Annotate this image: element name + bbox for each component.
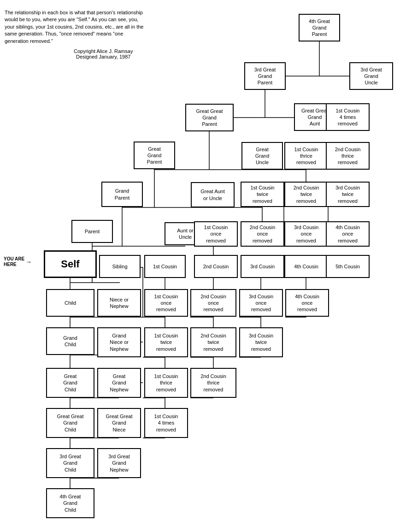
intro-text: The relationship in each box is what tha… (5, 9, 147, 45)
box-1stcousin: 1st Cousin (144, 255, 186, 278)
box-3rdgreatgrandparent: 3rd GreatGrandParent (244, 62, 286, 90)
box-3rdcousin_once_removed_down: 3rd Cousinonceremoved (239, 289, 283, 317)
copyright-line1: Copyright Alice J. Ramsay (74, 48, 133, 54)
you-are-here-label: YOU AREHERE → (4, 256, 32, 267)
box-child: Child (46, 289, 94, 317)
box-2ndcousin_thrice_removed_up: 2nd Cousinthriceremoved (326, 142, 370, 170)
arrow-icon: → (25, 258, 32, 266)
page: The relationship in each box is what tha… (0, 0, 400, 532)
intro-content: The relationship in each box is what tha… (5, 10, 143, 44)
box-3rdcousin_twice_removed_down: 3rd Cousintwiceremoved (239, 327, 283, 357)
box-parent: Parent (71, 220, 113, 243)
box-greatgranduncle: GreatGrandUncle (241, 142, 283, 170)
box-niece_nephew: Niece orNephew (97, 289, 141, 317)
box-1stcousin_4times_removed_down: 1st Cousin4 timesremoved (144, 408, 188, 438)
box-4thcousin_once_removed_up: 4th Cousinonceremoved (326, 221, 370, 247)
box-greatauntoruncle: Great Auntor Uncle (191, 182, 235, 207)
box-greatgreatgrandparent: Great GreatGrandParent (185, 104, 234, 131)
box-4thcousin: 4th Cousin (284, 255, 328, 278)
box-3rdgreatgranduncle: 3rd GreatGrandUncle (349, 62, 393, 90)
box-3rdcousin_twice_removed_up: 3rd Cousintwiceremoved (326, 182, 370, 207)
box-grandniece_nephew: GrandNiece orNephew (97, 327, 141, 357)
box-1stcousin_4times_removed_up: 1st Cousin4 timesremoved (326, 103, 370, 131)
copyright-line2: Designed January, 1987 (74, 54, 133, 59)
box-4thgreatgrandchild: 4th GreatGrandChild (46, 488, 94, 518)
box-1stcousin_once_removed_up: 1st Cousinonceremoved (194, 221, 238, 247)
box-greatgreatgrandniece: Great GreatGrandNiece (97, 408, 141, 438)
box-1stcousin_thrice_removed_down: 1st Cousinthriceremoved (144, 368, 188, 398)
box-3rdcousin: 3rd Cousin (241, 255, 284, 278)
box-greatgrandchild: GreatGrandChild (46, 368, 94, 398)
box-4thcousin_once_removed_down: 4th Cousinonceremoved (285, 289, 329, 317)
box-grandparent: GrandParent (101, 182, 143, 207)
box-1stcousin_twice_removed_up: 1st Cousintwiceremoved (241, 182, 284, 207)
box-3rdcousin_once_removed_up: 3rd Cousinonceremoved (284, 221, 328, 247)
box-2ndcousin_twice_removed_up: 2nd Cousintwiceremoved (284, 182, 328, 207)
box-1stcousin_twice_removed_down: 1st Cousintwiceremoved (144, 327, 188, 357)
box-2ndcousin_once_removed_down: 2nd Cousinonceremoved (190, 289, 236, 317)
box-2ndcousin_thrice_removed_down: 2nd Cousinthriceremoved (190, 368, 236, 398)
box-sibling: Sibling (99, 255, 141, 278)
box-greatgrandparent: GreatGrandParent (134, 142, 175, 169)
box-1stcousin_once_removed_down: 1st Cousinonceremoved (144, 289, 188, 317)
box-2ndcousin_twice_removed_down: 2nd Cousintwiceremoved (190, 327, 236, 357)
box-greatgreatgrandchild: Great GreatGrandChild (46, 408, 94, 438)
box-grandchild: GrandChild (46, 327, 94, 355)
copyright: Copyright Alice J. Ramsay Designed Janua… (74, 48, 133, 59)
box-2ndcousin: 2nd Cousin (194, 255, 238, 278)
box-5thcousin: 5th Cousin (326, 255, 370, 278)
box-self: Self (44, 250, 97, 278)
box-1stcousin_thrice_removed_up: 1st Cousinthriceremoved (284, 142, 328, 170)
box-greatgrandnephew: GreatGrandNephew (97, 368, 141, 398)
box-2ndcousin_once_removed_up: 2nd Cousinonceremoved (241, 221, 284, 247)
box-3rdgreatgrandnephew: 3rd GreatGrandNephew (97, 448, 141, 478)
box-4thgreatgrandparent: 4th GreatGrandParent (299, 14, 340, 41)
box-3rdgreatgrandchild: 3rd GreatGrandChild (46, 448, 94, 478)
